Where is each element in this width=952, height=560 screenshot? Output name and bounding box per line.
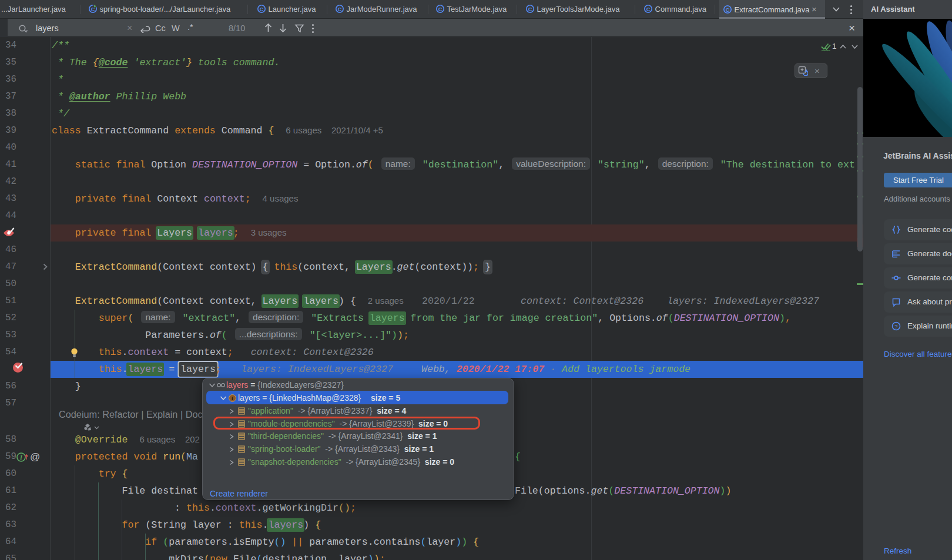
svg-text:C: C <box>726 7 730 13</box>
svg-text:C: C <box>438 6 443 12</box>
svg-text:I: I <box>19 454 23 461</box>
svg-text:C: C <box>338 6 342 12</box>
svg-text:C: C <box>260 6 264 12</box>
svg-text:C: C <box>528 6 532 12</box>
svg-text:C: C <box>646 6 651 12</box>
svg-text:?: ? <box>894 323 897 330</box>
